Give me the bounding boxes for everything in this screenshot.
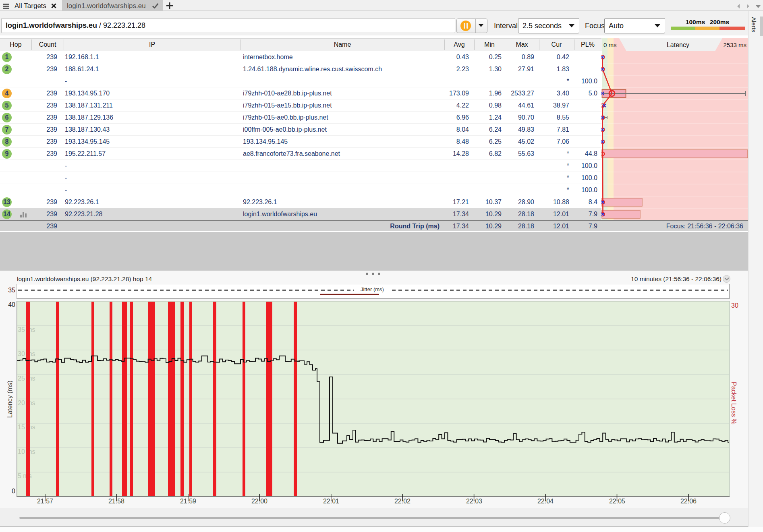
svg-text:Jitter (ms): Jitter (ms)	[361, 286, 384, 292]
svg-text:0 ms: 0 ms	[603, 41, 617, 48]
svg-text:Latency: Latency	[667, 41, 689, 48]
svg-text:2533 ms: 2533 ms	[723, 41, 746, 48]
